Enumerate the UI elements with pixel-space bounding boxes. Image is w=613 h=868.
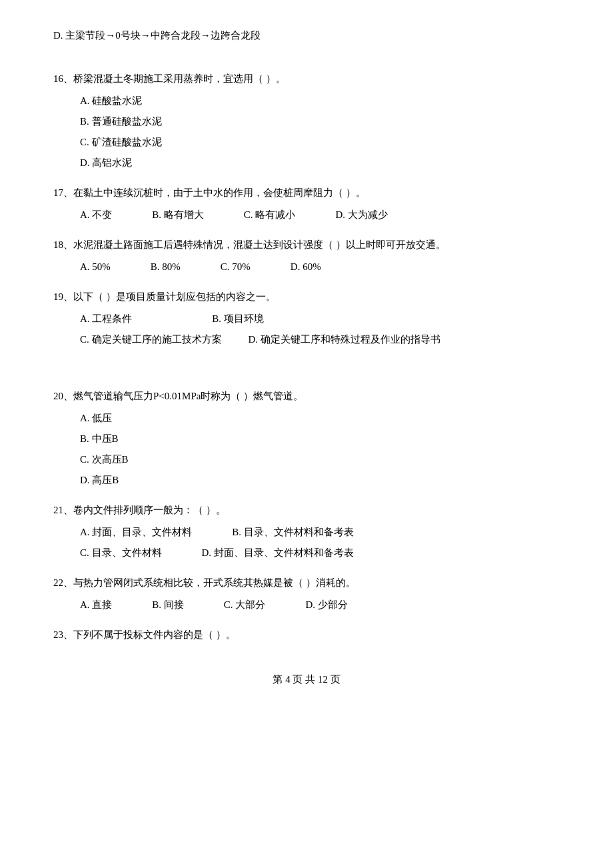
- question-20-options: A. 低压 B. 中压B C. 次高压B D. 高压B: [53, 409, 560, 489]
- option-16-d: D. 高铝水泥: [80, 154, 560, 172]
- option-19-a: A. 工程条件: [80, 310, 132, 328]
- option-text: D. 主梁节段→0号块→中跨合龙段→边跨合龙段: [53, 27, 560, 45]
- page-number: 第 4 页 共 12 页: [273, 674, 340, 685]
- question-19-options-row1: A. 工程条件 B. 项目环境: [80, 310, 560, 328]
- option-17-b: B. 略有增大: [152, 206, 204, 224]
- option-17-d: D. 大为减少: [335, 206, 387, 224]
- option-21-b: B. 目录、文件材料和备考表: [232, 523, 354, 541]
- question-21-title: 21、卷内文件排列顺序一般为：（ ）。: [53, 501, 560, 519]
- option-20-a: A. 低压: [80, 409, 560, 427]
- question-16: 16、桥梁混凝土冬期施工采用蒸养时，宜选用（ ）。 A. 硅酸盐水泥 B. 普通…: [53, 70, 560, 172]
- question-22-title: 22、与热力管网闭式系统相比较，开式系统其热媒是被（ ）消耗的。: [53, 574, 560, 592]
- option-17-a: A. 不变: [80, 206, 112, 224]
- question-18-options-inline: A. 50% B. 80% C. 70% D. 60%: [80, 258, 560, 276]
- option-19-b: B. 项目环境: [212, 310, 264, 328]
- option-19-c: C. 确定关键工序的施工技术方案: [80, 331, 222, 349]
- question-19-options-row2: C. 确定关键工序的施工技术方案 D. 确定关键工序和特殊过程及作业的指导书: [80, 331, 560, 349]
- question-18-title: 18、水泥混凝土路面施工后遇特殊情况，混凝土达到设计强度（ ）以上时即可开放交通…: [53, 236, 560, 254]
- question-22-options: A. 直接 B. 间接 C. 大部分 D. 少部分: [53, 596, 560, 614]
- question-16-title: 16、桥梁混凝土冬期施工采用蒸养时，宜选用（ ）。: [53, 70, 560, 88]
- question-21: 21、卷内文件排列顺序一般为：（ ）。 A. 封面、目录、文件材料 B. 目录、…: [53, 501, 560, 562]
- option-16-b: B. 普通硅酸盐水泥: [80, 113, 560, 131]
- question-19-title: 19、以下（ ）是项目质量计划应包括的内容之一。: [53, 288, 560, 306]
- option-22-d: D. 少部分: [305, 596, 347, 614]
- question-17-options-inline: A. 不变 B. 略有增大 C. 略有减小 D. 大为减少: [80, 206, 560, 224]
- option-22-a: A. 直接: [80, 596, 112, 614]
- question-18-options: A. 50% B. 80% C. 70% D. 60%: [53, 258, 560, 276]
- question-18: 18、水泥混凝土路面施工后遇特殊情况，混凝土达到设计强度（ ）以上时即可开放交通…: [53, 236, 560, 276]
- question-23: 23、下列不属于投标文件内容的是（ ）。: [53, 626, 560, 644]
- option-21-a: A. 封面、目录、文件材料: [80, 523, 192, 541]
- question-19: 19、以下（ ）是项目质量计划应包括的内容之一。 A. 工程条件 B. 项目环境…: [53, 288, 560, 349]
- option-22-c: C. 大部分: [224, 596, 266, 614]
- option-16-c: C. 矿渣硅酸盐水泥: [80, 133, 560, 151]
- option-16-a: A. 硅酸盐水泥: [80, 92, 560, 110]
- question-17: 17、在黏土中连续沉桩时，由于土中水的作用，会使桩周摩阻力（ ）。 A. 不变 …: [53, 184, 560, 224]
- question-21-options-row1: A. 封面、目录、文件材料 B. 目录、文件材料和备考表: [80, 523, 560, 541]
- option-20-d: D. 高压B: [80, 471, 560, 489]
- question-20-title: 20、燃气管道输气压力P<0.01MPa时称为（ ）燃气管道。: [53, 387, 560, 405]
- option-18-d: D. 60%: [291, 258, 321, 276]
- option-20-b: B. 中压B: [80, 430, 560, 448]
- option-21-c: C. 目录、文件材料: [80, 544, 162, 562]
- question-21-options-row2: C. 目录、文件材料 D. 封面、目录、文件材料和备考表: [80, 544, 560, 562]
- question-17-options: A. 不变 B. 略有增大 C. 略有减小 D. 大为减少: [53, 206, 560, 224]
- option-22-b: B. 间接: [152, 596, 184, 614]
- option-20-c: C. 次高压B: [80, 451, 560, 469]
- page-footer: 第 4 页 共 12 页: [53, 671, 560, 689]
- option-18-a: A. 50%: [80, 258, 111, 276]
- question-17-title: 17、在黏土中连续沉桩时，由于土中水的作用，会使桩周摩阻力（ ）。: [53, 184, 560, 202]
- option-21-d: D. 封面、目录、文件材料和备考表: [202, 544, 354, 562]
- question-21-options: A. 封面、目录、文件材料 B. 目录、文件材料和备考表 C. 目录、文件材料 …: [53, 523, 560, 562]
- question-20: 20、燃气管道输气压力P<0.01MPa时称为（ ）燃气管道。 A. 低压 B.…: [53, 387, 560, 489]
- question-22-options-inline: A. 直接 B. 间接 C. 大部分 D. 少部分: [80, 596, 560, 614]
- question-19-options: A. 工程条件 B. 项目环境 C. 确定关键工序的施工技术方案 D. 确定关键…: [53, 310, 560, 349]
- option-d-label: D. 主梁节段→0号块→中跨合龙段→边跨合龙段: [53, 30, 261, 41]
- option-17-c: C. 略有减小: [244, 206, 296, 224]
- question-23-title: 23、下列不属于投标文件内容的是（ ）。: [53, 626, 560, 644]
- option-18-c: C. 70%: [221, 258, 251, 276]
- question-22: 22、与热力管网闭式系统相比较，开式系统其热媒是被（ ）消耗的。 A. 直接 B…: [53, 574, 560, 614]
- question-16-options: A. 硅酸盐水泥 B. 普通硅酸盐水泥 C. 矿渣硅酸盐水泥 D. 高铝水泥: [53, 92, 560, 172]
- option-18-b: B. 80%: [151, 258, 181, 276]
- option-19-d: D. 确定关键工序和特殊过程及作业的指导书: [249, 331, 440, 349]
- option-d-top: D. 主梁节段→0号块→中跨合龙段→边跨合龙段: [53, 27, 560, 45]
